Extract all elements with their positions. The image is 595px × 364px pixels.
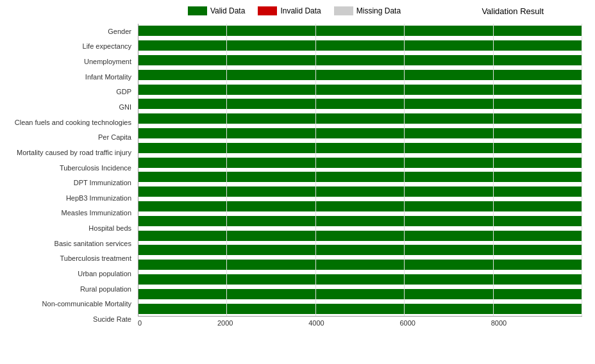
bar-valid-16: [138, 260, 582, 270]
x-tick-0: 0: [138, 319, 142, 327]
bar-row-10: [138, 171, 582, 183]
bar-row-15: [138, 244, 582, 256]
bar-valid-9: [138, 158, 582, 168]
bar-row-9: [138, 157, 582, 169]
bar-valid-4: [138, 85, 582, 95]
x-axis: 02000400060008000: [138, 317, 582, 327]
y-label-4: GDP: [6, 88, 135, 95]
bar-row-11: [138, 186, 582, 197]
bar-row-14: [138, 230, 582, 242]
y-axis: GenderLife expectancyUnemploymentInfant …: [6, 24, 138, 327]
y-label-6: Clean fuels and cooking technologies: [6, 119, 135, 126]
bars-area: [138, 24, 582, 317]
bars-and-xaxis: 02000400060008000: [138, 24, 582, 327]
chart-container: Valid Data Invalid Data Missing Data Val…: [0, 0, 595, 364]
bar-row-18: [138, 288, 582, 300]
y-label-10: DPT Immunization: [6, 179, 135, 186]
y-label-18: Non-communicable Mortality: [6, 300, 135, 308]
y-label-12: Measles Immunization: [6, 209, 135, 217]
y-label-13: Hospital beds: [6, 224, 135, 232]
y-label-16: Urban population: [6, 270, 135, 277]
legend-missing-color: [334, 6, 353, 15]
bar-row-3: [138, 69, 582, 81]
y-label-2: Unemployment: [6, 58, 135, 65]
x-tick-1: 2000: [217, 319, 233, 327]
bar-row-12: [138, 201, 582, 212]
x-tick-4: 8000: [491, 319, 507, 327]
legend-missing: Missing Data: [334, 6, 401, 15]
y-label-1: Life expectancy: [6, 42, 135, 50]
bar-valid-18: [138, 289, 582, 299]
y-label-8: Mortality caused by road traffic injury: [6, 149, 135, 156]
x-tick-3: 6000: [399, 319, 415, 327]
chart-legend: Valid Data Invalid Data Missing Data: [188, 6, 401, 15]
y-label-9: Tuberculosis Incidence: [6, 164, 135, 172]
y-label-7: Per Capita: [6, 133, 135, 141]
bar-valid-11: [138, 186, 582, 197]
bar-row-16: [138, 259, 582, 270]
legend-valid-color: [188, 6, 207, 15]
y-label-15: Tuberculosis treatment: [6, 254, 135, 262]
bar-row-7: [138, 128, 582, 139]
chart-area: GenderLife expectancyUnemploymentInfant …: [6, 24, 582, 327]
bar-valid-7: [138, 128, 582, 138]
legend-valid: Valid Data: [188, 6, 245, 15]
bar-valid-3: [138, 70, 582, 80]
legend-missing-label: Missing Data: [356, 6, 401, 15]
y-label-3: Infant Mortality: [6, 73, 135, 81]
bar-valid-12: [138, 201, 582, 211]
bar-valid-8: [138, 143, 582, 153]
bar-row-13: [138, 215, 582, 227]
legend-invalid-label: Invalid Data: [280, 6, 321, 15]
bar-row-19: [138, 303, 582, 315]
bar-row-5: [138, 98, 582, 110]
y-label-14: Basic sanitation services: [6, 240, 135, 247]
bar-row-4: [138, 84, 582, 95]
legend-valid-label: Valid Data: [210, 6, 245, 15]
bar-valid-6: [138, 113, 582, 124]
x-tick-2: 4000: [308, 319, 324, 327]
bar-valid-10: [138, 172, 582, 182]
bar-valid-2: [138, 55, 582, 65]
bar-valid-1: [138, 40, 582, 51]
legend-invalid-color: [258, 6, 277, 15]
bar-row-17: [138, 274, 582, 285]
bar-row-0: [138, 25, 582, 37]
bar-valid-17: [138, 274, 582, 285]
chart-title: Validation Result: [482, 6, 544, 16]
legend-invalid: Invalid Data: [258, 6, 321, 15]
bar-valid-15: [138, 245, 582, 255]
bar-valid-19: [138, 304, 582, 314]
bar-row-6: [138, 113, 582, 124]
bar-valid-5: [138, 99, 582, 109]
y-label-17: Rural population: [6, 285, 135, 293]
bar-row-1: [138, 40, 582, 51]
y-label-0: Gender: [6, 28, 135, 35]
bar-valid-14: [138, 231, 582, 241]
y-label-11: HepB3 Immunization: [6, 194, 135, 202]
bar-valid-13: [138, 216, 582, 226]
bar-row-8: [138, 142, 582, 154]
y-label-19: Sucide Rate: [6, 315, 135, 323]
y-label-5: GNI: [6, 103, 135, 111]
bar-valid-0: [138, 26, 582, 36]
bar-row-2: [138, 54, 582, 66]
